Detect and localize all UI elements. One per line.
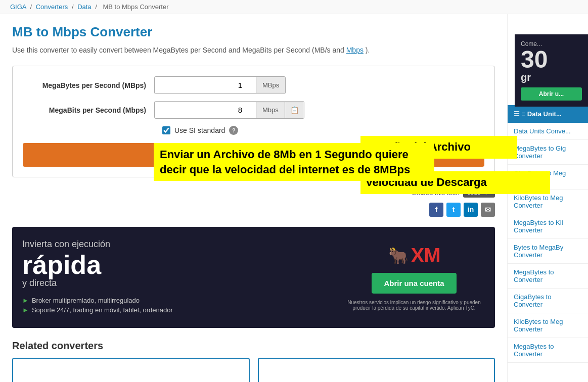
related-cards xyxy=(12,358,495,382)
related-card-1 xyxy=(12,358,250,382)
help-icon[interactable]: ? xyxy=(229,126,238,135)
si-checkbox[interactable] xyxy=(162,126,170,134)
page-description: Use this converter to easily convert bet… xyxy=(12,45,495,56)
ad-rapida: rápida xyxy=(22,252,343,278)
sidebar-link-7[interactable]: GigaBytes to Converter xyxy=(508,289,588,313)
sidebar-link-1[interactable]: MegaBytes to Gig Converter xyxy=(508,140,588,165)
sidebar-link-8[interactable]: KiloBytes to Meg Converter xyxy=(508,313,588,338)
sidebar-icon: ☰ xyxy=(514,110,522,118)
copy-button[interactable]: 📋 xyxy=(285,102,304,118)
sidebar-link-9[interactable]: MegaBytes to Converter xyxy=(508,338,588,363)
ad-bullet2: ►Soporte 24/7, trading en móvil, tablet,… xyxy=(22,306,343,314)
breadcrumb-giga[interactable]: GIGA xyxy=(10,3,26,11)
sidebar: Come... 30 gr Abrir u... ☰ ≡ Data Unit..… xyxy=(507,14,588,382)
sidebar-link-5[interactable]: Bytes to MegaBy Converter xyxy=(508,239,588,264)
field1-label: MegaBytes per Second (MBps) xyxy=(23,81,154,89)
field1-input-group: MBps xyxy=(154,76,286,94)
sidebar-link-0[interactable]: Data Units Conve... xyxy=(508,123,588,140)
related-title: Related converters xyxy=(12,340,495,352)
field2-label: MegaBits per Second (Mbps) xyxy=(23,106,154,114)
breadcrumb: GIGA / Converters / Data / MB to Mbps Co… xyxy=(0,0,588,14)
sidebar-link-4[interactable]: MegaBytes to Kil Converter xyxy=(508,214,588,239)
field1-input[interactable] xyxy=(155,77,256,93)
ad-banner-left: Invierta con ejecución rápida y directa … xyxy=(22,239,343,316)
field1-unit: MBps xyxy=(256,77,285,93)
field2-unit: Mbps xyxy=(256,102,285,118)
ad-disclaimer: Nuestros servicios implican un riesgo si… xyxy=(343,300,485,311)
field1-row: MegaBytes per Second (MBps) MBps xyxy=(23,76,484,94)
page-title: MB to Mbps Converter xyxy=(12,24,495,40)
ad-gra: gr xyxy=(521,72,582,83)
annotation-enviar: Enviar un Archivo de 8Mb en 1 Segundo qu… xyxy=(154,143,434,181)
ad-bullet1: ►Broker multipremiado, multirregulado xyxy=(22,297,343,304)
ad-post: y directa xyxy=(22,278,343,289)
email-icon[interactable]: ✉ xyxy=(481,203,495,217)
ad-num: 30 xyxy=(521,47,582,72)
field2-input[interactable] xyxy=(155,102,256,118)
ad-open-account-button[interactable]: Abrir una cuenta xyxy=(372,273,456,294)
sidebar-widget: ☰ ≡ Data Unit... Data Units Conve... Meg… xyxy=(508,105,588,368)
twitter-icon[interactable]: t xyxy=(446,203,461,217)
social-icons: f t in ✉ xyxy=(12,203,495,217)
ad-banner-right: 🐂 XM Abrir una cuenta Nuestros servicios… xyxy=(343,244,485,311)
ad-bullets: ►Broker multipremiado, multirregulado ►S… xyxy=(22,297,343,314)
related-card-2 xyxy=(258,358,495,382)
si-label: Use SI standard xyxy=(174,126,225,134)
si-standard-row: Use SI standard ? xyxy=(162,126,484,135)
sidebar-link-6[interactable]: MegaBytes to Converter xyxy=(508,264,588,289)
field2-input-group: Mbps 📋 xyxy=(154,101,304,119)
breadcrumb-converters[interactable]: Converters xyxy=(36,3,68,11)
related-section: Related converters xyxy=(12,340,495,382)
top-right-ad: Come... 30 gr Abrir u... xyxy=(515,34,588,107)
ad-banner: Invierta con ejecución rápida y directa … xyxy=(12,227,495,328)
breadcrumb-current: MB to Mbps Converter xyxy=(103,3,168,11)
mbps-link[interactable]: Mbps xyxy=(346,46,364,54)
facebook-icon[interactable]: f xyxy=(429,203,443,217)
field2-row: MegaBits per Second (Mbps) Mbps 📋 xyxy=(23,101,484,119)
sidebar-widget-title: ☰ ≡ Data Unit... xyxy=(508,105,588,123)
breadcrumb-data[interactable]: Data xyxy=(77,3,91,11)
linkedin-icon[interactable]: in xyxy=(464,203,478,217)
ad-pre: Invierta con ejecución xyxy=(22,239,343,250)
ad-abrir-button[interactable]: Abrir u... xyxy=(521,87,582,101)
ad-brand: 🐂 XM xyxy=(388,244,440,267)
